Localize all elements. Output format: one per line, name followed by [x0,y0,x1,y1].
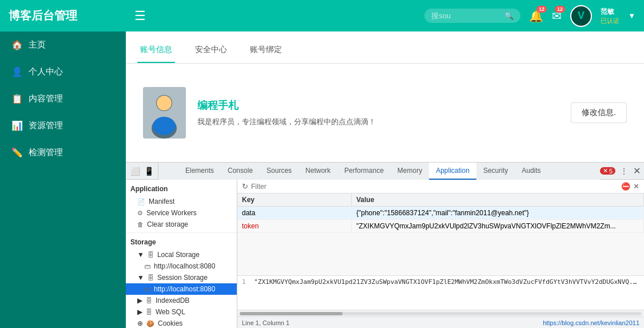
devtools-tab-audits[interactable]: Audits [515,163,547,180]
filter-delete-icon[interactable]: ✕ [633,182,639,191]
devtools-tab-elements[interactable]: Elements [178,163,221,180]
manifest-item[interactable]: 📄 Manifest [126,196,237,207]
service-workers-label: Service Workers [146,209,197,217]
local-storage-localhost[interactable]: 🗃 http://localhost:8080 [126,260,237,272]
table-row[interactable]: token "ZXIKMGVYQmxJam9pU2xkVUlpd2lZV3huS… [237,220,644,233]
header-logo: 博客后台管理 [9,8,134,23]
profile-info: 编程手札 我是程序员，专注编程领域，分享编程中的点点滴滴！ [197,98,559,127]
sidebar-label-home: 主页 [29,39,46,50]
refresh-icon[interactable]: ↻ [242,182,248,191]
sidebar-item-profile[interactable]: 👤 个人中心 [0,58,126,85]
header-right: 🔍 🔔 12 ✉ 12 V 范敏 已认证 ▼ [424,5,635,27]
hamburger-menu[interactable]: ☰ [134,9,146,23]
sidebar-label-content: 内容管理 [29,93,63,104]
indexeddb-icon: 🗄 [146,297,152,304]
storage-section-header: Storage [126,235,237,249]
sidebar-item-detection[interactable]: ✏️ 检测管理 [0,139,126,166]
indexeddb-item[interactable]: ▶ 🗄 IndexedDB [126,295,237,306]
devtools-tab-console[interactable]: Console [221,163,260,180]
home-icon: 🏠 [11,39,23,50]
websql-item[interactable]: ▶ 🗄 Web SQL [126,306,237,318]
user-name: 范敏 [601,7,619,17]
table-row[interactable]: data {"phone":"15866837124","mail":"fanm… [237,207,644,220]
profile-section: 编程手札 我是程序员，专注编程领域，分享编程中的点点滴滴！ 修改信息. [126,64,644,162]
clear-storage-item[interactable]: 🗑 Clear storage [126,219,237,230]
storage-section: Storage ▼ 🗄 Local Storage 🗃 http://local… [126,233,237,328]
service-workers-icon: ⚙ [137,210,143,217]
devtools-tab-security[interactable]: Security [476,163,515,180]
search-bar[interactable]: 🔍 [424,9,520,23]
tab-account-info[interactable]: 账号信息 [137,40,175,63]
profile-icon: 👤 [11,66,23,77]
local-storage-db-icon: 🗃 [144,263,150,270]
header: 博客后台管理 ☰ 🔍 🔔 12 ✉ 12 V 范敏 已认证 ▼ [0,0,644,31]
inspect-element-icon[interactable]: ⬜ [129,165,141,177]
sidebar-item-resources[interactable]: 📊 资源管理 [0,112,126,139]
devtools-top-row: ⬜ 📱 Elements Console Sources Network Per… [126,163,644,180]
error-badge: ✕ 5 [600,167,615,175]
message-btn[interactable]: ✉ 12 [552,9,562,23]
error-count: 5 [609,168,613,175]
local-storage-item[interactable]: ▼ 🗄 Local Storage [126,249,237,260]
status-line: Line 1, Column 1 [242,319,289,326]
tab-security[interactable]: 安全中心 [192,40,230,63]
session-storage-icon: 🗄 [148,274,154,281]
storage-table: Key Value data {"phone":"15866837124","m… [237,193,644,275]
devtools-body: Application 📄 Manifest ⚙ Service Workers… [126,180,644,328]
manifest-icon: 📄 [137,198,145,206]
application-section: Application 📄 Manifest ⚙ Service Workers… [126,180,237,233]
devtools-top-icons: ⬜ 📱 [126,163,158,179]
devtools-tab-bar: Elements Console Sources Network Perform… [158,163,600,180]
websql-icon: 🗄 [146,309,152,315]
devtools-tab-network[interactable]: Network [299,163,337,180]
sidebar-item-home[interactable]: 🏠 主页 [0,31,126,58]
profile-description: 我是程序员，专注编程领域，分享编程中的点点滴滴！ [197,117,559,127]
tab-binding[interactable]: 账号绑定 [247,40,285,63]
notification-badge: 12 [536,6,547,13]
service-workers-item[interactable]: ⚙ Service Workers [126,207,237,219]
devtools-tab-sources[interactable]: Sources [260,163,299,180]
profile-name: 编程手札 [197,98,559,112]
session-storage-db-icon: 🗃 [144,286,150,293]
notification-btn[interactable]: 🔔 12 [529,9,543,23]
session-storage-url: http://localhost:8080 [154,285,215,293]
websql-label: Web SQL [156,308,185,316]
clear-storage-label: Clear storage [147,220,188,228]
horizontal-scrollbar[interactable] [237,310,644,317]
svg-point-4 [157,96,172,110]
sidebar-item-content[interactable]: 📋 内容管理 [0,85,126,112]
devtools-tab-memory[interactable]: Memory [391,163,429,180]
table-header: Key Value [237,193,644,207]
cookies-item[interactable]: ⊕ 🍪 Cookies [126,318,237,328]
scrollbar-track [240,312,642,315]
indexeddb-label: IndexedDB [156,297,189,305]
line-number: 1 [242,278,246,286]
user-dropdown-icon[interactable]: ▼ [628,11,635,20]
bottom-text-content: 1 "ZX1KMGVYQmxJam9pU2xkVU1pd21ZV3ZuSWpva… [242,278,639,286]
devtools-more-icon[interactable]: ⋮ [618,165,630,177]
devtools-tab-application[interactable]: Application [429,163,476,180]
search-icon[interactable]: 🔍 [504,11,514,20]
local-storage-label: Local Storage [157,251,200,259]
session-storage-item[interactable]: ▼ 🗄 Session Storage [126,272,237,283]
devtools-tab-performance[interactable]: Performance [337,163,391,180]
filter-input[interactable] [251,183,618,191]
main-content: 账号信息 安全中心 账号绑定 [126,31,644,328]
sidebar-label-resources: 资源管理 [29,120,63,131]
detection-icon: ✏️ [11,147,23,158]
bottom-value: "ZX1KMGVYQmxJam9pU2xkVU1pd21ZV3ZuSWpvaVN… [254,278,639,286]
devtools-panel: ⬜ 📱 Elements Console Sources Network Per… [126,162,644,328]
value-cell-data: {"phone":"15866837124","mail":"fanmin201… [352,207,644,219]
scrollbar-thumb[interactable] [240,312,343,315]
avatar[interactable]: V [570,5,592,27]
device-toolbar-icon[interactable]: 📱 [143,165,154,177]
key-cell-token: token [237,220,352,232]
edit-profile-button[interactable]: 修改信息. [571,102,627,123]
session-storage-localhost[interactable]: 🗃 http://localhost:8080 [126,283,237,295]
devtools-close-btn[interactable]: ✕ [630,165,644,176]
sidebar-label-detection: 检测管理 [29,147,63,158]
search-input[interactable] [431,11,500,20]
manifest-label: Manifest [149,197,174,206]
message-badge: 12 [555,6,565,13]
filter-clear-icon[interactable]: ⛔ [621,182,630,191]
